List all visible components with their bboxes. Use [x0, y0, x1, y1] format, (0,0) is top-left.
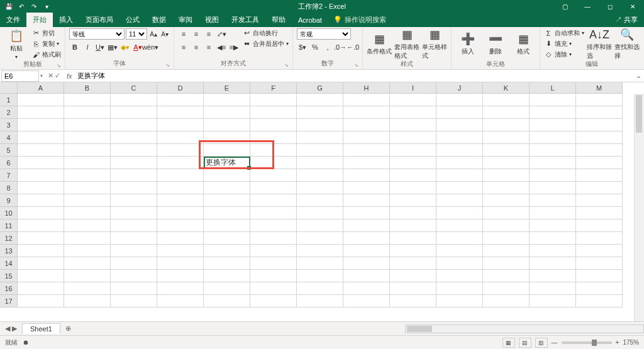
cell[interactable]	[483, 232, 530, 245]
increase-font-icon[interactable]: A▴	[148, 29, 158, 39]
cell[interactable]	[436, 282, 483, 295]
cell[interactable]	[204, 207, 250, 219]
fx-icon[interactable]: fx	[64, 72, 75, 80]
row-header[interactable]: 8	[0, 182, 18, 194]
cell[interactable]	[530, 232, 576, 245]
row-header[interactable]: 3	[0, 119, 18, 131]
cell[interactable]	[390, 119, 436, 131]
cell[interactable]	[204, 245, 250, 257]
cell[interactable]	[343, 282, 390, 295]
align-left-icon[interactable]: ≡	[178, 42, 189, 53]
phonetic-button[interactable]: wén▾	[145, 42, 156, 53]
cell[interactable]	[436, 169, 483, 182]
cell[interactable]	[18, 232, 64, 245]
cell[interactable]	[111, 245, 157, 257]
tab-formulas[interactable]: 公式	[119, 13, 146, 27]
cell[interactable]	[64, 144, 111, 157]
cell[interactable]	[390, 169, 436, 182]
cell[interactable]	[530, 282, 576, 295]
row-header[interactable]: 17	[0, 295, 18, 307]
cell[interactable]	[64, 157, 111, 169]
cell[interactable]	[530, 182, 576, 194]
cell[interactable]	[204, 182, 250, 194]
paste-button[interactable]: 📋粘贴▾	[4, 28, 29, 60]
cell[interactable]	[204, 131, 250, 144]
cell[interactable]	[250, 219, 297, 232]
cell[interactable]	[483, 119, 530, 131]
cell[interactable]	[390, 295, 436, 307]
cell[interactable]	[390, 282, 436, 295]
cell[interactable]	[157, 106, 204, 119]
row-header[interactable]: 14	[0, 257, 18, 270]
cell[interactable]	[204, 295, 250, 307]
cell[interactable]	[297, 169, 343, 182]
cell[interactable]	[483, 245, 530, 257]
cell[interactable]	[483, 94, 530, 106]
cell[interactable]	[250, 257, 297, 270]
percent-format-icon[interactable]: %	[309, 42, 321, 53]
column-header[interactable]: F	[250, 82, 297, 94]
sheet-tab-1[interactable]: Sheet1	[22, 323, 60, 334]
cell[interactable]	[111, 282, 157, 295]
cell-styles-button[interactable]: ▦单元格样式	[422, 28, 447, 60]
cell[interactable]	[297, 282, 343, 295]
cell[interactable]	[390, 194, 436, 207]
cell[interactable]	[530, 194, 576, 207]
cell[interactable]	[157, 144, 204, 157]
tab-nav-prev-icon[interactable]: ◀	[5, 324, 10, 333]
row-header[interactable]: 4	[0, 131, 18, 144]
cell[interactable]	[576, 232, 623, 245]
cell[interactable]	[157, 282, 204, 295]
number-format-select[interactable]: 常规	[297, 28, 351, 40]
tab-insert[interactable]: 插入	[53, 13, 79, 27]
row-header[interactable]: 2	[0, 106, 18, 119]
select-all-corner[interactable]	[0, 82, 18, 94]
cell[interactable]	[390, 106, 436, 119]
cell[interactable]	[157, 295, 204, 307]
row-header[interactable]: 5	[0, 144, 18, 157]
column-header[interactable]: J	[436, 82, 483, 94]
cell[interactable]	[18, 245, 64, 257]
maximize-icon[interactable]: ◻	[599, 0, 621, 13]
cell[interactable]	[530, 295, 576, 307]
cell[interactable]	[436, 119, 483, 131]
cell[interactable]	[390, 144, 436, 157]
cell[interactable]	[483, 257, 530, 270]
tab-data[interactable]: 数据	[146, 13, 172, 27]
cell[interactable]	[64, 270, 111, 282]
cell[interactable]	[204, 232, 250, 245]
cell[interactable]	[530, 257, 576, 270]
cell[interactable]	[343, 295, 390, 307]
column-header[interactable]: E	[204, 82, 250, 94]
align-center-icon[interactable]: ≡	[191, 42, 202, 53]
cell[interactable]	[390, 182, 436, 194]
font-dialog-icon[interactable]: ↘	[165, 62, 170, 68]
orientation-icon[interactable]: ⤢▾	[216, 28, 227, 40]
cell[interactable]	[343, 245, 390, 257]
cell[interactable]	[576, 119, 623, 131]
formula-input[interactable]	[75, 70, 633, 82]
cell[interactable]	[390, 94, 436, 106]
cell[interactable]	[157, 194, 204, 207]
tab-review[interactable]: 审阅	[172, 13, 199, 27]
cell[interactable]	[250, 131, 297, 144]
delete-cells-button[interactable]: ➖删除	[483, 28, 508, 60]
font-name-select[interactable]: 等线	[69, 28, 125, 40]
tab-page-layout[interactable]: 页面布局	[79, 13, 119, 27]
cell[interactable]	[157, 94, 204, 106]
column-header[interactable]: H	[343, 82, 390, 94]
qat-dropdown-icon[interactable]: ▾	[42, 1, 52, 11]
cell[interactable]	[343, 182, 390, 194]
cell[interactable]	[250, 270, 297, 282]
accounting-format-icon[interactable]: $▾	[297, 42, 308, 53]
row-header[interactable]: 6	[0, 157, 18, 169]
cell[interactable]	[250, 119, 297, 131]
cell[interactable]	[343, 219, 390, 232]
decrease-font-icon[interactable]: A▾	[160, 29, 170, 39]
cell[interactable]	[64, 119, 111, 131]
cell[interactable]	[436, 194, 483, 207]
cell[interactable]	[436, 245, 483, 257]
cell[interactable]	[111, 144, 157, 157]
minimize-icon[interactable]: —	[576, 0, 599, 13]
underline-button[interactable]: U▾	[94, 42, 106, 53]
